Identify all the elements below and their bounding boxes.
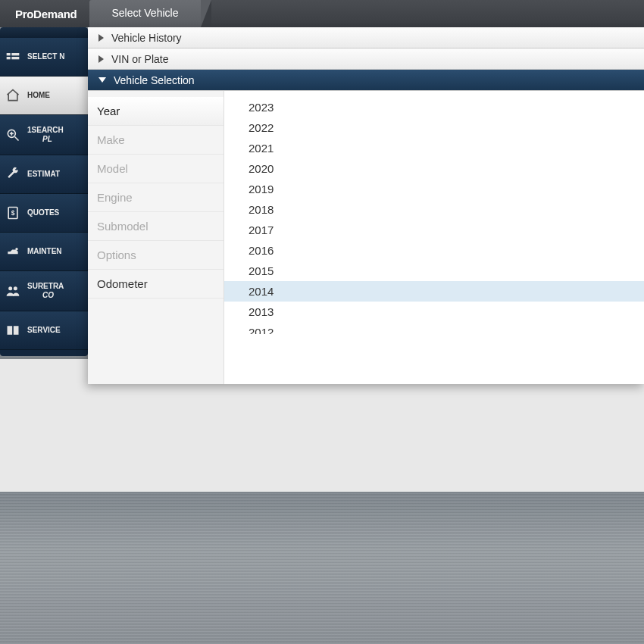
oil-icon [5, 243, 21, 260]
accordion-vehicle-history[interactable]: Vehicle History [88, 27, 644, 48]
grid-icon [5, 48, 21, 65]
users-icon [5, 283, 21, 299]
sidebar-item-label: HOME [27, 91, 50, 100]
accordion-vin-or-plate[interactable]: VIN or Plate [88, 48, 644, 70]
svg-rect-0 [7, 53, 11, 55]
year-option-2019[interactable]: 2019 [224, 179, 644, 199]
sidebar-item-quotes[interactable]: $ QUOTES [0, 194, 88, 233]
svg-point-12 [14, 286, 17, 290]
step-submodel: Submodel [88, 212, 224, 241]
clipboard-icon: $ [5, 205, 21, 221]
year-option-2016[interactable]: 2016 [224, 240, 644, 261]
step-engine: Engine [88, 183, 224, 212]
brand-logo: ProDemand [0, 8, 88, 20]
vehicle-dropdown-panel: Vehicle History VIN or Plate Vehicle Sel… [88, 27, 644, 384]
year-option-2018[interactable]: 2018 [224, 199, 644, 220]
year-option-2020[interactable]: 2020 [224, 158, 644, 179]
background-metal [0, 492, 644, 644]
sidebar-item-home[interactable]: HOME [0, 77, 88, 115]
svg-rect-1 [11, 53, 19, 55]
sidebar-item-service[interactable]: SERVICE [0, 311, 88, 350]
year-option-2023[interactable]: 2023 [224, 97, 644, 117]
svg-rect-2 [7, 57, 11, 59]
svg-line-5 [15, 137, 19, 141]
sidebar-item-label: 1SEARCH PL [27, 126, 64, 144]
sidebar-item-maintenance[interactable]: MAINTEN [0, 233, 88, 271]
chevron-right-icon [98, 55, 104, 63]
accordion-label: Vehicle History [111, 32, 182, 44]
selection-values-column: 2023202220212020201920182017201620152014… [224, 91, 644, 384]
sidebar-label-main: 1SEARCH [27, 126, 64, 134]
sidebar-item-suretrack[interactable]: SURETRA CO [0, 271, 88, 311]
sidebar: SELECT N HOME 1SEARCH PL ESTIMAT $ QUOTE… [0, 27, 88, 356]
sidebar-item-estimate[interactable]: ESTIMAT [0, 155, 88, 194]
sidebar-cap [0, 27, 88, 38]
sidebar-item-label: QUOTES [27, 208, 59, 217]
top-bar: ProDemand Select Vehicle [0, 0, 644, 27]
year-option-2022[interactable]: 2022 [224, 117, 644, 138]
wrench-icon [5, 166, 21, 183]
search-plus-icon [5, 127, 21, 143]
svg-point-10 [15, 248, 17, 250]
step-model: Model [88, 155, 224, 183]
step-options: Options [88, 241, 224, 270]
book-icon [5, 322, 21, 339]
svg-rect-3 [11, 57, 19, 59]
year-option-2017[interactable]: 2017 [224, 220, 644, 240]
selection-steps-column: YearMakeModelEngineSubmodelOptionsOdomet… [88, 91, 224, 384]
svg-text:$: $ [11, 209, 15, 217]
year-option-2021[interactable]: 2021 [224, 138, 644, 158]
step-odometer[interactable]: Odometer [88, 270, 224, 299]
sidebar-item-1search[interactable]: 1SEARCH PL [0, 115, 88, 155]
sidebar-item-label: MAINTEN [27, 247, 62, 256]
svg-point-11 [8, 286, 12, 290]
sidebar-item-label: ESTIMAT [27, 170, 60, 179]
sidebar-item-label: SELECT N [27, 52, 64, 61]
sidebar-cap-bottom [0, 350, 88, 356]
accordion-label: Vehicle Selection [114, 74, 195, 86]
step-make: Make [88, 126, 224, 155]
year-option-2012[interactable]: 2012 [224, 322, 644, 334]
year-option-2015[interactable]: 2015 [224, 261, 644, 281]
sidebar-item-select[interactable]: SELECT N [0, 38, 88, 77]
sidebar-item-label: SURETRA CO [27, 282, 64, 300]
sidebar-label-sub: PL [27, 135, 52, 143]
accordion-vehicle-selection[interactable]: Vehicle Selection [88, 70, 644, 91]
sidebar-item-label: SERVICE [27, 326, 61, 335]
select-vehicle-tab[interactable]: Select Vehicle [89, 0, 212, 27]
chevron-down-icon [98, 77, 106, 83]
accordion-label: VIN or Plate [111, 53, 168, 65]
home-icon [5, 87, 21, 104]
chevron-right-icon [98, 34, 104, 42]
sidebar-label-main: SURETRA [27, 282, 64, 290]
year-option-2014[interactable]: 2014 [224, 281, 644, 302]
year-option-2013[interactable]: 2013 [224, 302, 644, 322]
vehicle-selection-body: YearMakeModelEngineSubmodelOptionsOdomet… [88, 91, 644, 384]
sidebar-label-sub: CO [27, 291, 54, 299]
step-year[interactable]: Year [88, 97, 224, 126]
